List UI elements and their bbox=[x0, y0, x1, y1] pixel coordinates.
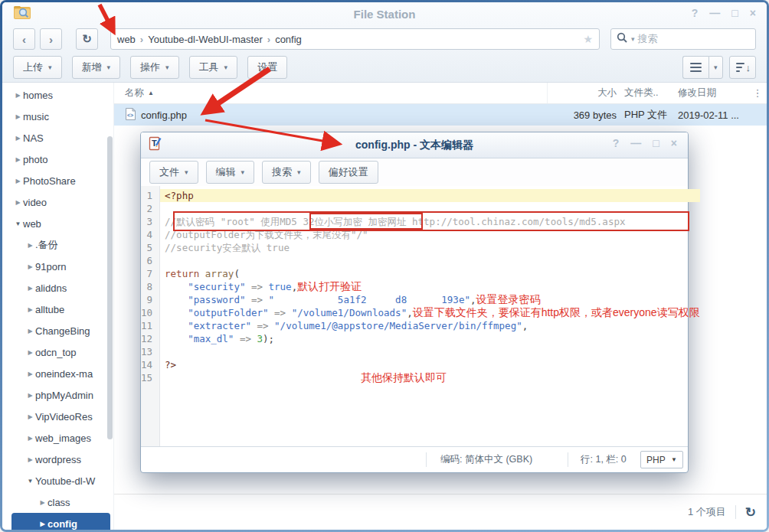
editor-menu-文件[interactable]: 文件▾ bbox=[149, 161, 198, 184]
menu-button-label: 编辑 bbox=[216, 165, 236, 179]
column-date[interactable]: 修改日期 bbox=[672, 86, 748, 100]
sidebar-item-ChangeBing[interactable]: ▶ChangeBing bbox=[2, 320, 113, 341]
sidebar-item-.备份[interactable]: ▶.备份 bbox=[2, 234, 113, 256]
red-annotation-text: 默认打开验证 bbox=[297, 280, 362, 292]
triangle-collapsed-icon[interactable]: ▶ bbox=[25, 349, 35, 356]
sidebar-item-phpMyAdmin[interactable]: ▶phpMyAdmin bbox=[2, 384, 113, 406]
triangle-collapsed-icon[interactable]: ▶ bbox=[25, 242, 35, 249]
triangle-collapsed-icon[interactable]: ▶ bbox=[25, 435, 35, 442]
code-token bbox=[165, 372, 361, 383]
sidebar-item-web_images[interactable]: ▶web_images bbox=[2, 427, 113, 449]
file-size-cell: 369 bytes bbox=[548, 109, 617, 121]
close-icon[interactable]: × bbox=[671, 136, 677, 150]
triangle-collapsed-icon[interactable]: ▶ bbox=[13, 199, 23, 206]
breadcrumb[interactable]: web›Youtube-dl-WebUI-master›config ★ bbox=[110, 28, 600, 50]
view-mode-caret[interactable]: ▾ bbox=[708, 56, 723, 79]
column-size[interactable]: 大小 bbox=[548, 86, 617, 100]
code-pane[interactable]: <?php//默认密码 "root" 使用MD5 32位小写加密 加密网址 ht… bbox=[160, 186, 700, 446]
editor-menu-编辑[interactable]: 编辑▾ bbox=[206, 161, 255, 184]
star-icon[interactable]: ★ bbox=[583, 33, 593, 45]
sort-button[interactable]: ↓ bbox=[729, 56, 757, 79]
column-settings-icon[interactable]: ⋮ bbox=[748, 87, 767, 99]
triangle-collapsed-icon[interactable]: ▶ bbox=[25, 456, 35, 463]
sidebar-item-oneindex-ma[interactable]: ▶oneindex-ma bbox=[2, 363, 113, 384]
triangle-collapsed-icon[interactable]: ▶ bbox=[13, 135, 23, 142]
sidebar-item-wordpress[interactable]: ▶wordpress bbox=[2, 449, 113, 470]
help-icon[interactable]: ? bbox=[613, 136, 620, 150]
breadcrumb-separator-icon: › bbox=[267, 34, 270, 45]
triangle-expanded-icon[interactable]: ▼ bbox=[25, 478, 35, 485]
column-name[interactable]: 名称 ▲ bbox=[114, 83, 548, 103]
code-line-10: "outputFolder" => "/volume1/Downloads",设… bbox=[160, 306, 700, 319]
toolbar-button-操作[interactable]: 操作▾ bbox=[130, 56, 179, 79]
triangle-collapsed-icon[interactable]: ▶ bbox=[38, 499, 47, 506]
triangle-collapsed-icon[interactable]: ▶ bbox=[13, 178, 23, 184]
sidebar-scrollbar[interactable] bbox=[107, 136, 113, 439]
triangle-collapsed-icon[interactable]: ▶ bbox=[25, 328, 35, 335]
sidebar-item-class[interactable]: ▶class bbox=[2, 491, 113, 513]
sidebar-item-video[interactable]: ▶video bbox=[2, 191, 113, 213]
minimize-icon[interactable]: — bbox=[630, 136, 641, 150]
close-icon[interactable]: × bbox=[750, 6, 756, 20]
view-mode-button[interactable] bbox=[682, 56, 708, 79]
triangle-expanded-icon[interactable]: ▼ bbox=[13, 220, 23, 227]
line-number: 8 bbox=[141, 280, 159, 293]
sidebar-item-config[interactable]: ▶config bbox=[11, 513, 110, 530]
sidebar-item-music[interactable]: ▶music bbox=[2, 106, 113, 127]
triangle-collapsed-icon[interactable]: ▶ bbox=[13, 156, 23, 163]
sidebar-item-VipVideoRes[interactable]: ▶VipVideoRes bbox=[2, 406, 113, 427]
triangle-collapsed-icon[interactable]: ▶ bbox=[25, 306, 35, 313]
code-line-5: //security安全默认 true bbox=[160, 241, 700, 254]
table-row[interactable]: <> config.php 369 bytes PHP 文件 2019-02-1… bbox=[114, 104, 767, 126]
breadcrumb-path: web›Youtube-dl-WebUI-master›config bbox=[117, 34, 302, 45]
sidebar-item-homes[interactable]: ▶homes bbox=[2, 84, 113, 106]
line-number: 7 bbox=[141, 267, 159, 280]
cursor-position-status: 行: 1, 栏: 0 bbox=[568, 452, 640, 468]
editor-menu-搜索[interactable]: 搜索▾ bbox=[262, 161, 311, 184]
breadcrumb-segment[interactable]: web bbox=[117, 34, 136, 45]
sidebar-item-odcn_top[interactable]: ▶odcn_top bbox=[2, 341, 113, 363]
forward-button[interactable]: › bbox=[40, 28, 62, 50]
back-button[interactable]: ‹ bbox=[13, 28, 35, 50]
sidebar-item-aliddns[interactable]: ▶aliddns bbox=[2, 277, 113, 299]
refresh-list-icon[interactable]: ↻ bbox=[745, 504, 756, 521]
editor-titlebar[interactable]: T config.php - 文本编辑器 ?—□× bbox=[141, 132, 688, 158]
triangle-collapsed-icon[interactable]: ▶ bbox=[25, 285, 35, 292]
sidebar-item-photo[interactable]: ▶photo bbox=[2, 149, 113, 170]
editor-menu-偏好设置[interactable]: 偏好设置 bbox=[319, 161, 378, 184]
breadcrumb-segment[interactable]: config bbox=[275, 34, 302, 45]
search-input[interactable]: ▾ 搜索 bbox=[610, 28, 756, 50]
sidebar-item-label: homes bbox=[23, 90, 53, 101]
code-token: => bbox=[234, 333, 257, 344]
sidebar-item-91porn[interactable]: ▶91porn bbox=[2, 256, 113, 277]
sidebar-item-PhotoShare[interactable]: ▶PhotoShare bbox=[2, 170, 113, 191]
encoding-status[interactable]: 编码: 简体中文 (GBK) bbox=[426, 452, 568, 468]
sidebar-item-alltube[interactable]: ▶alltube bbox=[2, 299, 113, 320]
toolbar-button-工具[interactable]: 工具▾ bbox=[189, 56, 238, 79]
triangle-collapsed-icon[interactable]: ▶ bbox=[25, 370, 35, 377]
maximize-icon[interactable]: □ bbox=[731, 6, 738, 20]
toolbar-button-上传[interactable]: 上传▾ bbox=[13, 56, 62, 79]
code-token: <?php bbox=[165, 190, 194, 201]
sidebar-item-NAS[interactable]: ▶NAS bbox=[2, 127, 113, 149]
toolbar-button-新增[interactable]: 新增▾ bbox=[72, 56, 121, 79]
column-type[interactable]: 文件类.. bbox=[617, 86, 672, 100]
sidebar-item-Youtube-dl-W[interactable]: ▼Youtube-dl-W bbox=[2, 470, 113, 491]
triangle-collapsed-icon[interactable]: ▶ bbox=[25, 392, 35, 399]
search-scope-caret-icon[interactable]: ▾ bbox=[631, 35, 635, 43]
minimize-icon[interactable]: — bbox=[709, 6, 720, 20]
triangle-collapsed-icon[interactable]: ▶ bbox=[25, 263, 35, 270]
triangle-collapsed-icon[interactable]: ▶ bbox=[13, 113, 23, 120]
sidebar-item-web[interactable]: ▼web bbox=[2, 213, 113, 234]
maximize-icon[interactable]: □ bbox=[653, 136, 659, 150]
language-select[interactable]: PHP ▼ bbox=[640, 451, 683, 468]
triangle-collapsed-icon[interactable]: ▶ bbox=[25, 413, 35, 420]
help-icon[interactable]: ? bbox=[692, 6, 699, 20]
triangle-collapsed-icon[interactable]: ▶ bbox=[13, 92, 23, 99]
refresh-button[interactable]: ↻ bbox=[76, 28, 98, 50]
code-line-14: ?> bbox=[160, 358, 700, 371]
toolbar-button-设置[interactable]: 设置 bbox=[247, 56, 287, 79]
breadcrumb-segment[interactable]: Youtube-dl-WebUI-master bbox=[148, 34, 263, 45]
code-editor[interactable]: 123456789101112131415 <?php//默认密码 "root"… bbox=[141, 186, 688, 446]
triangle-collapsed-icon[interactable]: ▶ bbox=[38, 521, 47, 527]
